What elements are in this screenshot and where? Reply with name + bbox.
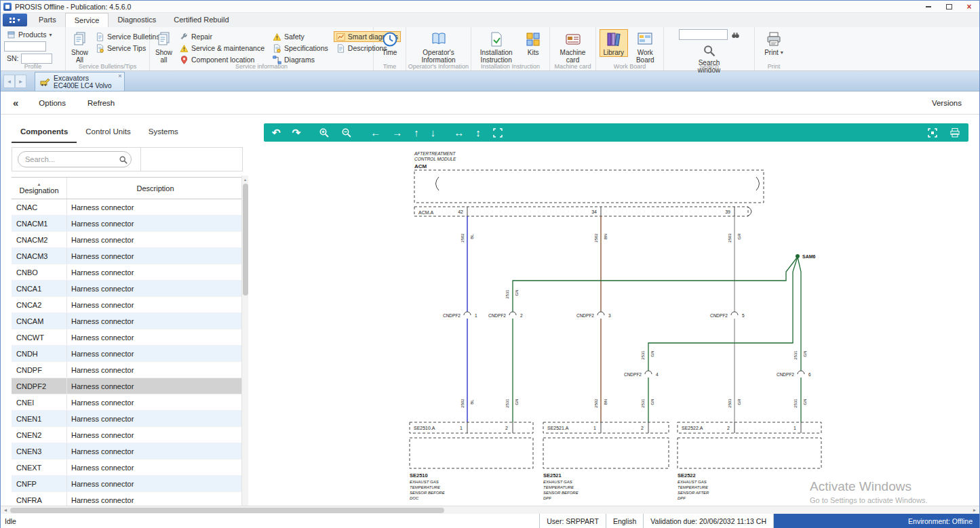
sensor-se2521[interactable]: SE2521.A 1 2 SE2521 EXHAUST GAS TEMPERAT…: [543, 422, 669, 500]
show-all-bulletins-button[interactable]: Show All: [69, 29, 90, 64]
cell-description: Harness connector: [67, 443, 243, 459]
collapse-panel-button[interactable]: «: [1, 97, 28, 108]
binoculars-icon[interactable]: [731, 31, 740, 39]
products-button[interactable]: Products ▾: [4, 29, 54, 40]
sensor-se2522[interactable]: SE2522.A 2 1 SE2522 EXHAUST GAS TEMPERAT…: [678, 422, 821, 500]
table-row[interactable]: CNACM3 Harness connector: [12, 248, 243, 264]
module-acm[interactable]: AFTERTREATMENT CONTROL MODULE ACM ACM.A …: [414, 151, 764, 216]
table-row[interactable]: CNEN3 Harness connector: [12, 443, 243, 460]
connector-cndpf2-pin6[interactable]: CNDPF2 6: [777, 371, 811, 377]
sn-input[interactable]: [21, 54, 52, 64]
tab-parts[interactable]: Parts: [30, 13, 65, 27]
cell-designation: CNACM2: [12, 232, 67, 247]
tab-components[interactable]: Components: [12, 127, 77, 143]
horizontal-scrollbar[interactable]: ◂ ▸: [1, 506, 979, 514]
fit-width-button[interactable]: ↔: [454, 127, 464, 138]
specifications-button[interactable]: Specifications: [270, 43, 331, 54]
service-maintenance-button[interactable]: Service & maintenance: [177, 43, 267, 54]
connector-cndpf2-pin4[interactable]: CNDPF2 4: [624, 371, 659, 377]
zoom-in-button[interactable]: [319, 127, 330, 138]
document-tab-excavators[interactable]: Excavators EC400E LC4 Volvo ×: [35, 72, 125, 91]
table-row[interactable]: CNCAM Harness connector: [12, 313, 243, 329]
back-icon: ◂: [7, 78, 11, 85]
table-row[interactable]: CNDH Harness connector: [12, 346, 243, 362]
connector-cndpf2-pin3[interactable]: CNDPF2 3: [576, 312, 611, 318]
table-row[interactable]: CNEXT Harness connector: [12, 460, 243, 476]
fit-all-button[interactable]: [492, 127, 503, 138]
pan-left-button[interactable]: ←: [370, 127, 380, 138]
redo-button[interactable]: ↷: [292, 127, 301, 138]
versions-button[interactable]: Versions: [932, 99, 979, 107]
tab-certified-rebuild[interactable]: Certified Rebuild: [165, 13, 237, 27]
scroll-right-icon[interactable]: ▸: [970, 507, 979, 513]
wiring-diagram[interactable]: AFTERTREATMENT CONTROL MODULE ACM ACM.A …: [264, 142, 973, 506]
tab-close-icon[interactable]: ×: [118, 73, 121, 79]
table-header[interactable]: ▲ Designation Description: [12, 177, 243, 199]
table-row[interactable]: CNACM1 Harness connector: [12, 216, 243, 232]
connector-cndpf2-pin2[interactable]: CNDPF2 2: [488, 312, 523, 318]
ribbon-search-input[interactable]: [679, 29, 728, 40]
tab-diagnostics[interactable]: Diagnostics: [109, 13, 165, 27]
doc-nav-forward-button[interactable]: ▸: [15, 75, 26, 88]
cell-designation: CNDPF: [12, 362, 67, 378]
fit-screen-button[interactable]: [927, 127, 938, 138]
table-row[interactable]: CNEN2 Harness connector: [12, 427, 243, 443]
zoom-out-button[interactable]: [341, 127, 352, 138]
table-row[interactable]: CNFRA Harness connector: [12, 492, 243, 506]
undo-button[interactable]: ↶: [272, 127, 281, 138]
table-row[interactable]: CNEI Harness connector: [12, 394, 243, 411]
svg-text:2503: 2503: [728, 399, 732, 408]
column-designation[interactable]: ▲ Designation: [12, 178, 67, 199]
table-row[interactable]: CNFP Harness connector: [12, 476, 243, 492]
kits-button[interactable]: Kits: [520, 29, 546, 57]
table-row[interactable]: CNACM2 Harness connector: [12, 232, 243, 248]
tab-systems[interactable]: Systems: [140, 127, 187, 143]
table-row[interactable]: CNCA2 Harness connector: [12, 297, 243, 313]
time-button[interactable]: Time: [380, 29, 400, 57]
close-button[interactable]: ×: [959, 1, 979, 12]
operators-information-button[interactable]: Operator's Information: [411, 29, 467, 64]
table-row[interactable]: CNEN1 Harness connector: [12, 411, 243, 427]
hscroll-thumb[interactable]: [10, 508, 444, 513]
library-button[interactable]: Library: [600, 29, 628, 57]
safety-button[interactable]: Safety: [270, 31, 331, 42]
pan-down-button[interactable]: ↓: [431, 127, 436, 138]
print-button[interactable]: Print ▾: [762, 29, 785, 57]
table-row[interactable]: CNCA1 Harness connector: [12, 281, 243, 297]
tab-service[interactable]: Service: [65, 13, 109, 27]
vertical-scrollbar[interactable]: ▴: [241, 176, 248, 506]
refresh-button[interactable]: Refresh: [77, 99, 125, 107]
search-icon[interactable]: [119, 155, 128, 165]
maximize-button[interactable]: [939, 1, 959, 12]
diagram-print-button[interactable]: [949, 127, 960, 138]
search-input[interactable]: [18, 151, 132, 167]
junction-sam6[interactable]: SAM6: [796, 254, 816, 259]
repair-button[interactable]: Repair: [177, 31, 267, 42]
connector-cndpf2-pin5[interactable]: CNDPF2 5: [710, 312, 745, 318]
table-row[interactable]: CNAC Harness connector: [12, 199, 243, 216]
machine-card-button[interactable]: Machine card: [553, 29, 592, 64]
minimize-button[interactable]: [918, 1, 939, 12]
profile-input[interactable]: [4, 41, 46, 52]
pan-right-button[interactable]: →: [392, 127, 402, 138]
table-row[interactable]: CNDPF2 Harness connector: [12, 378, 243, 394]
specifications-icon: [273, 44, 281, 53]
table-row[interactable]: CNDPF Harness connector: [12, 362, 243, 378]
app-menu-button[interactable]: ▾: [3, 14, 27, 26]
installation-instruction-button[interactable]: Installation Instruction: [475, 29, 517, 64]
show-all-service-info-button[interactable]: Show all: [153, 29, 174, 64]
options-button[interactable]: Options: [28, 99, 77, 107]
scrollbar-thumb[interactable]: [243, 184, 248, 296]
scroll-left-icon[interactable]: ◂: [1, 507, 10, 513]
connector-cndpf2-pin1[interactable]: CNDPF2 1: [443, 312, 477, 318]
table-row[interactable]: CNBO Harness connector: [12, 264, 243, 281]
work-board-button[interactable]: Work Board: [631, 29, 660, 64]
column-description[interactable]: Description: [67, 184, 243, 192]
table-row[interactable]: CNCWT Harness connector: [12, 329, 243, 346]
doc-nav-back-button[interactable]: ◂: [3, 75, 15, 88]
pan-up-button[interactable]: ↑: [414, 127, 419, 138]
scroll-up-icon[interactable]: ▴: [244, 176, 246, 184]
fit-height-button[interactable]: ↕: [475, 127, 481, 138]
sensor-se2510[interactable]: SE2510.A 1 2 SE2510 EXHAUST GAS TEMPERAT…: [410, 422, 533, 500]
tab-control-units[interactable]: Control Units: [77, 127, 139, 143]
